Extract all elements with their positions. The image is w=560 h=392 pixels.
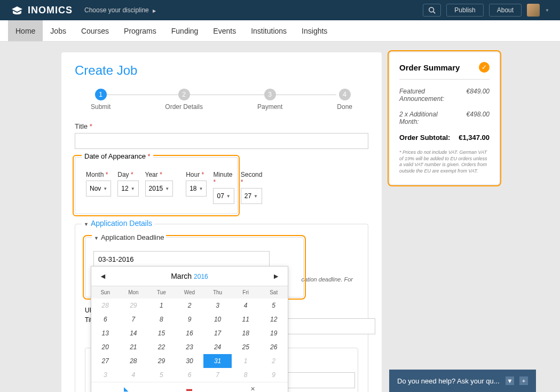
calendar-day[interactable]: 25: [232, 340, 260, 354]
calendar-day[interactable]: 4: [232, 299, 260, 312]
caret-down-icon: ▼: [103, 186, 107, 191]
publish-button[interactable]: Publish: [446, 4, 483, 17]
calendar-next-button[interactable]: ►: [272, 272, 280, 280]
calendar-day[interactable]: 14: [120, 326, 148, 340]
step-label-1: Submit: [91, 103, 111, 111]
calendar-day[interactable]: 8: [147, 312, 176, 326]
day-select[interactable]: 12▼: [117, 181, 138, 197]
step-done: 4 Done: [337, 89, 352, 111]
about-button[interactable]: About: [489, 4, 522, 17]
month-select[interactable]: Nov▼: [86, 181, 111, 197]
calendar-day[interactable]: 7: [203, 368, 232, 382]
search-button[interactable]: [423, 4, 441, 17]
calendar-day[interactable]: 29: [147, 354, 176, 368]
year-select[interactable]: 2015▼: [145, 181, 173, 197]
app-deadline-toggle[interactable]: ▼Application Deadline: [85, 233, 303, 241]
page-title: Create Job: [75, 63, 368, 78]
help-expand-icon[interactable]: +: [519, 377, 528, 385]
title-input[interactable]: [75, 133, 368, 149]
calendar-day[interactable]: 31: [203, 354, 232, 368]
calendar-day[interactable]: 5: [259, 299, 288, 312]
step-label-2: Order Details: [165, 103, 203, 111]
calendar-day[interactable]: 5: [147, 368, 176, 382]
svg-line-1: [433, 12, 436, 14]
nav-insights[interactable]: Insights: [294, 20, 335, 41]
order-item-1: Featured Announcement: €849.00: [399, 88, 490, 103]
nav-programs[interactable]: Programs: [116, 20, 164, 41]
calendar-day[interactable]: 30: [176, 354, 204, 368]
nav-home[interactable]: Home: [8, 20, 43, 41]
order-subtotal: Order Subtotal: €1,347.00: [399, 134, 490, 142]
hour-select[interactable]: 18▼: [186, 181, 207, 197]
calendar-day[interactable]: 8: [232, 368, 260, 382]
calendar-day[interactable]: 6: [91, 312, 120, 326]
calendar-day[interactable]: 4: [120, 368, 148, 382]
calendar-day[interactable]: 9: [176, 312, 204, 326]
calendar-day[interactable]: 3: [203, 299, 232, 312]
calendar-day[interactable]: 6: [176, 368, 204, 382]
calendar-footer: ◣ ▬ ✕: [91, 382, 288, 392]
calendar-day[interactable]: 11: [232, 312, 260, 326]
calendar-day[interactable]: 13: [91, 326, 120, 340]
calendar-day[interactable]: 7: [120, 312, 148, 326]
nav-institutions[interactable]: Institutions: [243, 20, 294, 41]
help-bar[interactable]: Do you need help? Ask your qu... ▼ +: [389, 370, 536, 392]
calendar-day[interactable]: 27: [91, 354, 120, 368]
calendar-day[interactable]: 21: [120, 340, 148, 354]
deadline-input[interactable]: [93, 251, 270, 267]
calendar-day[interactable]: 28: [120, 354, 148, 368]
calendar-foot-prev[interactable]: ◣: [124, 386, 128, 392]
calendar-day[interactable]: 29: [120, 299, 148, 312]
main-nav: Home Jobs Courses Programs Funding Event…: [0, 20, 560, 42]
calendar-day[interactable]: 3: [91, 368, 120, 382]
date-appearance-fieldset: Date of Appearance * Month * Nov▼ Day * …: [75, 157, 238, 214]
nav-events[interactable]: Events: [206, 20, 243, 41]
hour-label: Hour *: [186, 171, 207, 178]
calendar-day[interactable]: 15: [147, 326, 176, 340]
step-num-1: 1: [95, 89, 107, 100]
caret-right-icon: ▶: [153, 9, 156, 13]
calendar-day[interactable]: 9: [259, 368, 288, 382]
nav-courses[interactable]: Courses: [74, 20, 116, 41]
nav-jobs[interactable]: Jobs: [43, 20, 74, 41]
caret-down-icon: ▼: [131, 186, 135, 191]
sidebar: Order Summary ✓ Featured Announcement: €…: [390, 52, 499, 392]
caret-down-icon: ▼: [199, 186, 203, 191]
calendar-day[interactable]: 17: [203, 326, 232, 340]
calendar-day[interactable]: 12: [259, 312, 288, 326]
calendar-day[interactable]: 1: [232, 354, 260, 368]
calendar-day[interactable]: 19: [259, 326, 288, 340]
calendar-day[interactable]: 1: [147, 299, 176, 312]
calendar-day[interactable]: 24: [203, 340, 232, 354]
help-minimize-icon[interactable]: ▼: [506, 377, 514, 385]
calendar-foot-clear[interactable]: ▬: [186, 386, 192, 392]
date-legend: Date of Appearance *: [82, 152, 153, 160]
calendar-day[interactable]: 26: [259, 340, 288, 354]
app-details-toggle[interactable]: ▼Application Details: [75, 219, 368, 228]
title-field: Title *: [75, 121, 368, 149]
search-icon: [428, 6, 436, 14]
calendar-day[interactable]: 23: [176, 340, 204, 354]
title-label: Title *: [75, 122, 92, 130]
calendar-day[interactable]: 28: [91, 299, 120, 312]
calendar-day[interactable]: 2: [176, 299, 204, 312]
calendar-foot-close[interactable]: ✕: [250, 386, 255, 392]
discipline-selector[interactable]: Choose your discipline ▶: [84, 6, 156, 14]
calendar-title: March2016: [171, 272, 208, 280]
calendar-day[interactable]: 22: [147, 340, 176, 354]
header-right: Publish About ▼: [423, 4, 549, 17]
calendar-dow: Tue: [147, 286, 176, 299]
avatar[interactable]: [527, 4, 540, 17]
calendar-day[interactable]: 2: [259, 354, 288, 368]
calendar-day[interactable]: 18: [232, 326, 260, 340]
calendar-day[interactable]: 16: [176, 326, 204, 340]
year-label: Year *: [145, 171, 173, 178]
logo[interactable]: INOMICS: [11, 5, 73, 16]
nav-funding[interactable]: Funding: [164, 20, 206, 41]
minute-select[interactable]: 07▼: [213, 188, 234, 204]
step-num-3: 3: [264, 89, 276, 100]
calendar-day[interactable]: 20: [91, 340, 120, 354]
second-select[interactable]: 27▼: [241, 188, 263, 204]
calendar-prev-button[interactable]: ◄: [99, 272, 107, 280]
calendar-day[interactable]: 10: [203, 312, 232, 326]
